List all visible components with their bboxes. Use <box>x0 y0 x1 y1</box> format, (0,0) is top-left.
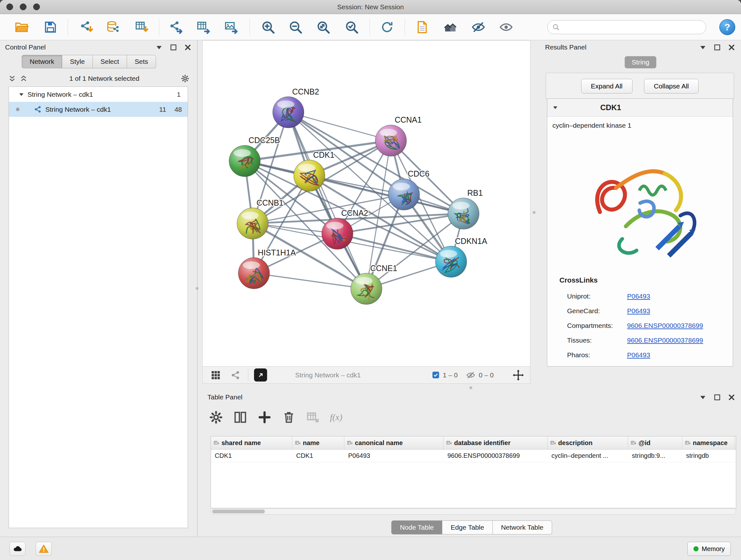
table-row[interactable]: CDK1 CDK1 P06493 9606.ENSP00000378699 cy… <box>211 449 736 462</box>
cybrowser-document-button[interactable] <box>413 17 431 37</box>
network-node-CCNA1[interactable]: CCNA1 <box>375 115 421 156</box>
network-options-gear-icon[interactable] <box>181 74 190 83</box>
table-cell[interactable]: CDK1 <box>292 449 344 462</box>
selected-checkbox-icon[interactable] <box>432 371 440 379</box>
column-header[interactable]: namespace <box>682 436 735 449</box>
scrollbar-thumb[interactable] <box>212 509 265 513</box>
network-edge[interactable] <box>254 273 366 289</box>
tab-edge-table[interactable]: Edge Table <box>442 520 493 535</box>
function-builder-button[interactable]: f(x) <box>330 412 342 422</box>
import-network-database-button[interactable] <box>105 17 122 37</box>
network-canvas[interactable]: CCNB2CCNA1CDC25BCDK1CDC6RB1CCNB1CCNA2CDK… <box>203 41 530 366</box>
add-column-icon[interactable] <box>257 410 272 425</box>
show-columns-icon[interactable] <box>233 410 248 425</box>
search-input[interactable] <box>562 23 701 31</box>
string-home-button[interactable] <box>442 17 460 37</box>
network-collection-row[interactable]: String Network – cdk1 1 <box>9 87 188 102</box>
zoom-in-button[interactable] <box>259 17 277 37</box>
collapse-all-button[interactable]: Collapse All <box>644 79 699 94</box>
fit-content-button[interactable] <box>314 17 332 37</box>
panel-float-icon[interactable] <box>698 43 707 52</box>
pan-move-icon[interactable] <box>512 369 524 381</box>
import-table-button[interactable] <box>133 17 151 37</box>
crosslink-genecard-link[interactable]: P06493 <box>627 307 650 315</box>
table-horizontal-scrollbar[interactable] <box>211 508 736 515</box>
cloud-status-button[interactable] <box>10 542 25 556</box>
panel-float-icon[interactable] <box>155 43 163 52</box>
delete-column-icon[interactable] <box>281 410 296 425</box>
network-glyph-icon[interactable] <box>230 370 241 381</box>
expand-all-button[interactable]: Expand All <box>581 79 632 94</box>
toolbar-search <box>547 20 706 34</box>
crosslink-pharos-link[interactable]: P06493 <box>627 351 650 359</box>
warning-icon <box>39 544 49 554</box>
save-session-button[interactable] <box>42 17 59 37</box>
tab-sets[interactable]: Sets <box>127 55 156 68</box>
network-node-CCNB2[interactable]: CCNB2 <box>273 87 319 128</box>
column-header[interactable]: canonical name <box>344 436 444 449</box>
horizontal-splitter-grip[interactable] <box>469 386 472 389</box>
table-cell[interactable]: CDK1 <box>211 449 292 462</box>
results-panel-header: Results Panel <box>540 40 741 54</box>
warnings-button[interactable] <box>36 542 52 556</box>
export-table-button[interactable] <box>194 17 212 37</box>
column-header[interactable]: database identifier <box>444 436 548 449</box>
network-row[interactable]: String Network – cdk1 11 48 <box>9 102 188 117</box>
glass-effect-on-button[interactable] <box>497 17 515 37</box>
window-title: Session: New Session <box>0 0 741 14</box>
table-cell[interactable]: stringdb:9... <box>628 449 682 462</box>
network-edge[interactable] <box>288 112 366 289</box>
crosslink-tissues-link[interactable]: 9606.ENSP00000378699 <box>627 336 703 344</box>
column-header[interactable]: shared name <box>211 436 292 449</box>
panel-maximize-icon[interactable] <box>713 43 722 52</box>
zoom-out-button[interactable] <box>286 17 305 37</box>
delete-table-icon[interactable] <box>306 410 320 425</box>
expand-all-icon[interactable] <box>19 74 28 83</box>
help-button[interactable]: ? <box>719 19 735 35</box>
hidden-eye-slash-icon[interactable] <box>466 370 475 380</box>
network-node-RB1[interactable]: RB1 <box>448 188 482 229</box>
protein-disclosure-icon[interactable] <box>552 104 559 111</box>
column-header[interactable]: description <box>548 436 628 449</box>
table-cell[interactable]: P06493 <box>344 449 444 462</box>
open-in-new-window-button[interactable] <box>254 368 267 381</box>
panel-close-icon[interactable] <box>727 393 736 401</box>
zoom-selected-button[interactable] <box>343 17 360 37</box>
tab-node-table[interactable]: Node Table <box>391 520 442 535</box>
tab-network[interactable]: Network <box>22 55 62 68</box>
network-node-CDK1[interactable]: CDK1 <box>293 150 334 191</box>
crosslink-row: Compartments: 9606.ENSP00000378699 <box>547 318 733 333</box>
collection-disclosure-icon[interactable] <box>18 91 25 98</box>
table-cell[interactable]: stringdb <box>682 449 735 462</box>
panel-close-icon[interactable] <box>727 43 736 52</box>
tab-network-table[interactable]: Network Table <box>493 520 552 535</box>
panel-close-icon[interactable] <box>184 43 192 52</box>
column-header[interactable]: name <box>292 436 344 449</box>
results-tab-string[interactable]: String <box>625 56 657 68</box>
memory-button[interactable]: Memory <box>687 542 731 556</box>
export-image-button[interactable] <box>222 17 240 37</box>
tab-select[interactable]: Select <box>93 55 127 68</box>
collapse-all-icon[interactable] <box>8 74 17 83</box>
column-header[interactable]: @id <box>628 436 682 449</box>
protein-card-header[interactable]: CDK1 <box>547 99 733 117</box>
vertical-splitter-grip[interactable] <box>196 287 199 290</box>
crosslink-uniprot-link[interactable]: P06493 <box>627 293 650 300</box>
panel-maximize-icon[interactable] <box>169 43 178 52</box>
tab-style[interactable]: Style <box>62 55 93 68</box>
import-network-file-button[interactable] <box>77 17 95 37</box>
crosslink-compartments-link[interactable]: 9606.ENSP00000378699 <box>627 322 703 329</box>
birds-eye-grid-icon[interactable] <box>210 370 221 381</box>
table-settings-gear-icon[interactable] <box>209 410 223 425</box>
panel-float-icon[interactable] <box>698 393 707 401</box>
network-node-CDKN1A[interactable]: CDKN1A <box>435 237 487 277</box>
vertical-splitter-grip[interactable] <box>533 211 536 214</box>
panel-maximize-icon[interactable] <box>713 393 722 401</box>
network-node-HIST1H1A[interactable]: HIST1H1A <box>239 248 296 289</box>
table-cell[interactable]: 9606.ENSP00000378699 <box>444 449 548 462</box>
table-cell[interactable]: cyclin–dependent ... <box>548 449 628 462</box>
apply-layout-button[interactable] <box>378 17 396 37</box>
glass-effect-off-button[interactable] <box>469 17 487 37</box>
open-session-button[interactable] <box>13 17 30 37</box>
export-network-button[interactable] <box>167 17 185 37</box>
